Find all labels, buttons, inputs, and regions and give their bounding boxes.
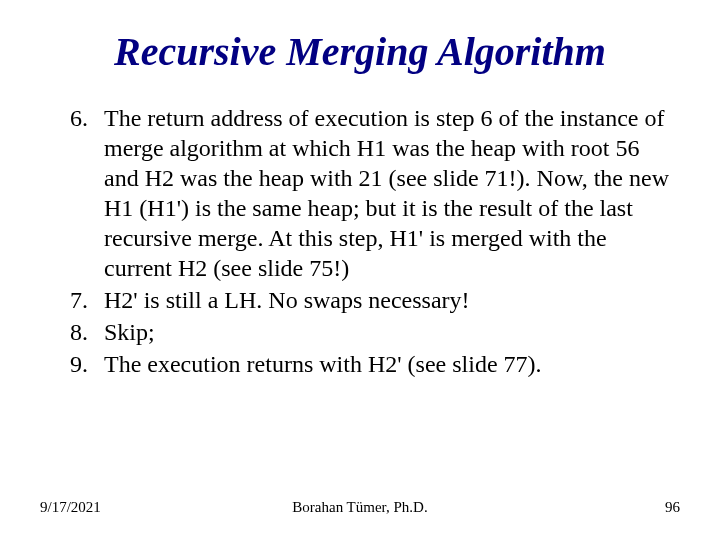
list-number: 8. — [40, 317, 104, 347]
list-item: 7. H2' is still a LH. No swaps necessary… — [40, 285, 680, 315]
slide-title: Recursive Merging Algorithm — [40, 28, 680, 75]
list-text: H2' is still a LH. No swaps necessary! — [104, 285, 680, 315]
footer-page: 96 — [665, 499, 680, 516]
list-number: 9. — [40, 349, 104, 379]
list-item: 6. The return address of execution is st… — [40, 103, 680, 283]
footer-author: Borahan Tümer, Ph.D. — [0, 499, 720, 516]
list-number: 7. — [40, 285, 104, 315]
list-item: 8. Skip; — [40, 317, 680, 347]
footer: 9/17/2021 Borahan Tümer, Ph.D. 96 — [0, 499, 720, 516]
footer-date: 9/17/2021 — [40, 499, 101, 516]
list-text: The execution returns with H2' (see slid… — [104, 349, 680, 379]
list-text: The return address of execution is step … — [104, 103, 680, 283]
list-item: 9. The execution returns with H2' (see s… — [40, 349, 680, 379]
ordered-list: 6. The return address of execution is st… — [40, 103, 680, 379]
slide: Recursive Merging Algorithm 6. The retur… — [0, 0, 720, 540]
list-text: Skip; — [104, 317, 680, 347]
list-number: 6. — [40, 103, 104, 283]
